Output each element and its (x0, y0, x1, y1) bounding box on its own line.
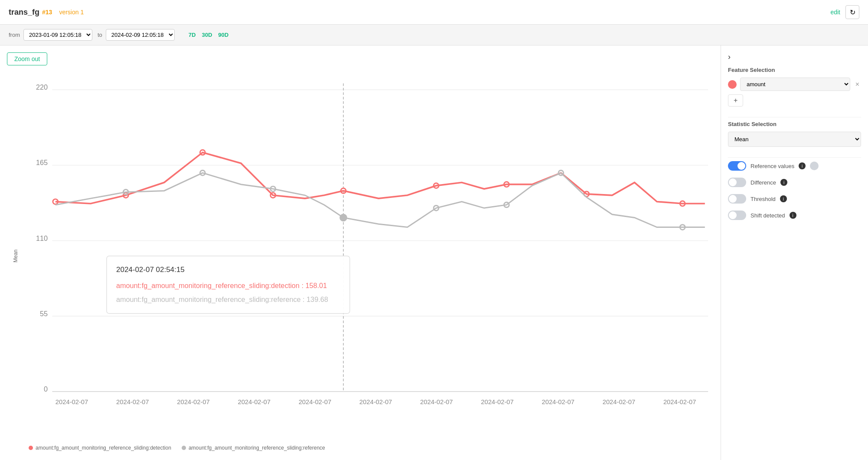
reference-values-label: Reference values (751, 163, 794, 169)
version-label: version 1 (59, 9, 84, 16)
shift-detected-label: Shift detected (751, 212, 785, 219)
detection-legend-label: amount:fg_amount_monitoring_reference_sl… (36, 445, 171, 451)
svg-text:2024-02-07: 2024-02-07 (663, 398, 696, 405)
statistic-selection-title: Statistic Selection (728, 121, 861, 127)
from-label: from (9, 32, 20, 38)
toolbar: from 2023-01-09 12:05:18 to 2024-02-09 1… (0, 25, 868, 45)
sidebar-toggle-button[interactable]: › (728, 52, 861, 62)
svg-text:55: 55 (40, 310, 48, 317)
zoom-out-button[interactable]: Zoom out (7, 52, 47, 65)
svg-text:2024-02-07: 2024-02-07 (420, 398, 453, 405)
reference-legend-dot (182, 446, 186, 450)
reference-legend-item: amount:fg_amount_monitoring_reference_sl… (182, 445, 325, 451)
chart-legend: amount:fg_amount_monitoring_reference_sl… (7, 441, 714, 451)
shift-detected-info-icon[interactable]: i (790, 212, 796, 219)
feature-selection-title: Feature Selection (728, 67, 861, 73)
reference-legend-label: amount:fg_amount_monitoring_reference_sl… (189, 445, 325, 451)
quick-buttons: 7D 30D 90D (187, 31, 230, 39)
svg-text:2024-02-07: 2024-02-07 (299, 398, 331, 405)
svg-text:2024-02-07: 2024-02-07 (177, 398, 209, 405)
svg-text:2024-02-07: 2024-02-07 (116, 398, 149, 405)
difference-info-icon[interactable]: i (780, 179, 787, 186)
header: trans_fg #13 version 1 edit ↻ (0, 0, 868, 25)
date-from-range: from 2023-01-09 12:05:18 (9, 29, 92, 41)
header-right: edit ↻ (830, 5, 859, 19)
svg-text:0: 0 (44, 385, 48, 393)
svg-text:2024-02-07: 2024-02-07 (359, 398, 392, 405)
difference-toggle[interactable] (728, 178, 746, 187)
feature-color-dot (728, 80, 737, 89)
from-date-select[interactable]: 2023-01-09 12:05:18 (23, 29, 92, 41)
feature-select[interactable]: amount (740, 78, 850, 91)
page-title: trans_fg (9, 8, 39, 17)
difference-row: Difference i (728, 178, 861, 187)
threshold-label: Threshold (751, 196, 776, 202)
svg-text:2024-02-07: 2024-02-07 (542, 398, 574, 405)
feature-row: amount × (728, 78, 861, 91)
svg-point-35 (340, 214, 347, 221)
y-axis-label: Mean (13, 249, 19, 262)
svg-text:110: 110 (36, 234, 48, 242)
difference-label: Difference (751, 179, 776, 186)
svg-text:2024-02-07: 2024-02-07 (481, 398, 513, 405)
remove-feature-button[interactable]: × (854, 80, 861, 89)
main-content: Zoom out Mean 220 165 110 55 0 (0, 45, 868, 460)
30d-button[interactable]: 30D (200, 31, 214, 39)
svg-text:165: 165 (36, 159, 48, 166)
detection-legend-item: amount:fg_amount_monitoring_reference_sl… (29, 445, 171, 451)
threshold-info-icon[interactable]: i (780, 195, 787, 202)
to-label: to (98, 32, 102, 38)
svg-text:2024-02-07: 2024-02-07 (603, 398, 635, 405)
statistic-select[interactable]: Mean Median Std Min Max (728, 132, 861, 147)
detection-legend-dot (29, 446, 33, 450)
chart-area: Zoom out Mean 220 165 110 55 0 (0, 45, 721, 460)
refresh-button[interactable]: ↻ (845, 5, 859, 19)
reference-values-info-icon[interactable]: i (799, 162, 806, 169)
hash-label: #13 (42, 9, 52, 16)
svg-text:2024-02-07: 2024-02-07 (55, 398, 88, 405)
svg-text:amount:fg_amount_monitoring_re: amount:fg_amount_monitoring_reference_sl… (116, 282, 327, 290)
divider-1 (728, 117, 861, 117)
90d-button[interactable]: 90D (216, 31, 230, 39)
chart-svg: 220 165 110 55 0 2024-02-07 2024-02-07 (24, 71, 714, 441)
shift-detected-toggle[interactable] (728, 211, 746, 220)
shift-detected-row: Shift detected i (728, 211, 861, 220)
reference-color-dot (810, 162, 819, 170)
svg-text:amount:fg_amount_monitoring_re: amount:fg_amount_monitoring_reference_sl… (116, 295, 328, 304)
threshold-row: Threshold i (728, 194, 861, 204)
reference-values-row: Reference values i (728, 161, 861, 171)
svg-text:2024-02-07: 2024-02-07 (238, 398, 270, 405)
sidebar: › Feature Selection amount × + Statistic… (721, 45, 868, 460)
to-date-select[interactable]: 2024-02-09 12:05:18 (106, 29, 175, 41)
edit-button[interactable]: edit (830, 9, 840, 16)
reference-values-toggle[interactable] (728, 161, 746, 171)
7d-button[interactable]: 7D (187, 31, 198, 39)
date-to-range: to 2024-02-09 12:05:18 (98, 29, 175, 41)
svg-text:2024-02-07 02:54:15: 2024-02-07 02:54:15 (116, 266, 185, 274)
svg-text:220: 220 (36, 83, 48, 91)
divider-2 (728, 157, 861, 158)
add-feature-button[interactable]: + (728, 94, 743, 107)
threshold-toggle[interactable] (728, 194, 746, 204)
